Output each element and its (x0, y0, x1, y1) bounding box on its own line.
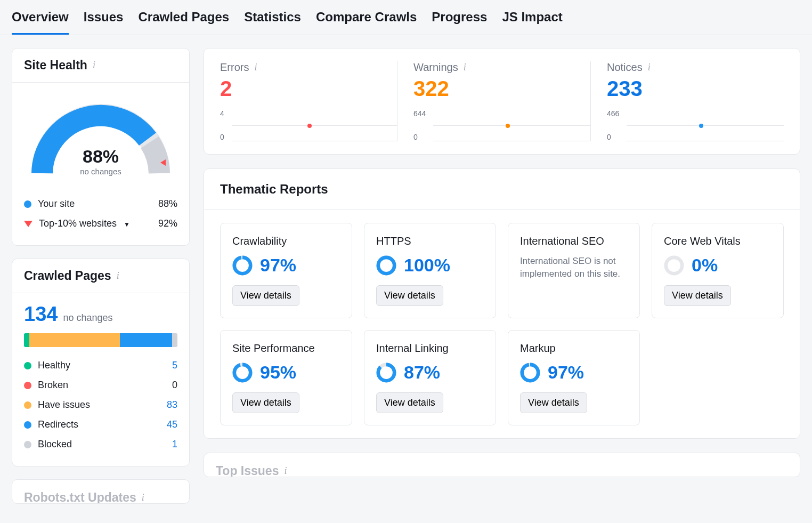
list-item-label: Broken (38, 380, 156, 391)
info-icon[interactable]: i (93, 60, 95, 71)
tab-overview[interactable]: Overview (12, 10, 69, 35)
thematic-card: Site Performance 95%View details (220, 330, 352, 425)
dot-icon (24, 382, 31, 389)
axis-max: 466 (607, 109, 619, 118)
thematic-card-pct: 100% (404, 255, 450, 276)
info-icon[interactable]: i (284, 465, 287, 477)
list-item[interactable]: Have issues83 (24, 395, 177, 415)
list-item[interactable]: Redirects45 (24, 415, 177, 435)
view-details-button[interactable]: View details (664, 285, 731, 306)
donut-icon (232, 255, 253, 276)
thematic-card: Core Web Vitals 0%View details (652, 223, 784, 318)
top-metrics-card: Errors i 2 40 Warnings i 322 6440 Notice… (204, 48, 800, 155)
thematic-reports-card: Thematic Reports Crawlability 97%View de… (204, 168, 800, 439)
svg-text:no changes: no changes (80, 167, 121, 176)
crawled-pages-total[interactable]: 134 (24, 303, 58, 326)
tab-js-impact[interactable]: JS Impact (502, 10, 562, 35)
dot-icon (24, 362, 31, 369)
metric-title: Notices (607, 61, 643, 74)
list-item-value[interactable]: 83 (156, 399, 177, 411)
dot-icon (24, 441, 31, 448)
dot-icon (24, 401, 31, 409)
thematic-card: International SEOInternational SEO is no… (508, 223, 640, 318)
list-item-label: Redirects (38, 419, 156, 430)
tab-crawled-pages[interactable]: Crawled Pages (138, 10, 229, 35)
svg-text:88%: 88% (83, 146, 119, 166)
view-details-button[interactable]: View details (520, 392, 587, 413)
metric-value: 322 (413, 77, 590, 101)
metric-sparkline: 4660 (607, 109, 784, 141)
list-item-value[interactable]: 0 (156, 380, 177, 391)
legend-label: Top-10% websites ▼ (39, 218, 158, 229)
axis-min: 0 (413, 133, 426, 141)
tab-statistics[interactable]: Statistics (244, 10, 301, 35)
view-details-button[interactable]: View details (376, 392, 443, 413)
thematic-card-pct: 87% (404, 362, 440, 383)
chevron-down-icon[interactable]: ▼ (124, 221, 130, 228)
axis-min: 0 (607, 133, 619, 141)
info-icon[interactable]: i (648, 62, 651, 73)
legend-row[interactable]: Top-10% websites ▼92% (24, 214, 177, 234)
crawled-pages-subtext: no changes (63, 312, 112, 324)
thematic-card: Markup 97%View details (508, 330, 640, 425)
thematic-card-pct: 97% (548, 362, 584, 383)
dot-icon (24, 421, 31, 429)
crawled-pages-list: Healthy5Broken0Have issues83Redirects45B… (24, 356, 177, 454)
axis-max: 644 (413, 109, 426, 118)
metric-title: Errors (220, 61, 249, 74)
axis-max: 4 (220, 109, 224, 118)
thematic-card-pct: 97% (260, 255, 296, 276)
view-details-button[interactable]: View details (376, 285, 443, 306)
thematic-card-desc: International SEO is not implemented on … (520, 255, 628, 280)
site-health-legend: Your site88%Top-10% websites ▼92% (12, 187, 189, 245)
top-issues-title: Top Issues (216, 464, 279, 477)
info-icon[interactable]: i (254, 62, 257, 73)
view-details-button[interactable]: View details (232, 285, 299, 306)
robots-card: Robots.txt Updates i (12, 479, 190, 504)
info-icon[interactable]: i (117, 270, 119, 281)
thematic-card-title: Markup (520, 342, 628, 355)
tab-compare-crawls[interactable]: Compare Crawls (316, 10, 417, 35)
site-health-title: Site Health (24, 58, 87, 73)
svg-point-10 (234, 364, 250, 380)
metric-warnings[interactable]: Warnings i 322 6440 (397, 61, 590, 141)
axis-min: 0 (220, 133, 224, 141)
tab-progress[interactable]: Progress (432, 10, 487, 35)
info-icon[interactable]: i (464, 62, 466, 73)
crawled-pages-title: Crawled Pages (24, 269, 111, 283)
thematic-card-title: Core Web Vitals (664, 235, 772, 247)
legend-label: Your site (38, 198, 158, 210)
robots-title: Robots.txt Updates (24, 490, 136, 504)
list-item[interactable]: Broken0 (24, 375, 177, 395)
metric-sparkline: 6440 (413, 109, 590, 141)
thematic-card-title: Internal Linking (376, 342, 484, 355)
info-icon[interactable]: i (142, 492, 144, 503)
list-item-value[interactable]: 45 (156, 419, 177, 430)
thematic-card: Crawlability 97%View details (220, 223, 352, 318)
bar-segment (120, 333, 172, 347)
metric-sparkline: 40 (220, 109, 397, 141)
bar-segment (29, 333, 120, 347)
list-item[interactable]: Healthy5 (24, 356, 177, 375)
site-health-gauge: 88% no changes (12, 83, 189, 187)
tab-issues[interactable]: Issues (84, 10, 124, 35)
svg-point-12 (378, 364, 394, 380)
list-item-label: Blocked (38, 439, 156, 450)
view-details-button[interactable]: View details (232, 392, 299, 413)
donut-icon (376, 363, 396, 383)
list-item[interactable]: Blocked1 (24, 435, 177, 454)
thematic-card: HTTPS 100%View details (364, 223, 496, 318)
metric-notices[interactable]: Notices i 233 4660 (590, 61, 784, 141)
dot-icon (24, 200, 31, 208)
metric-value: 2 (220, 77, 397, 101)
svg-point-7 (666, 257, 682, 273)
donut-icon (664, 255, 684, 276)
thematic-card-title: Site Performance (232, 342, 340, 355)
list-item-value[interactable]: 5 (156, 360, 177, 371)
metric-errors[interactable]: Errors i 2 40 (220, 61, 397, 141)
list-item-label: Have issues (38, 399, 156, 411)
svg-point-14 (522, 364, 538, 380)
list-item-value[interactable]: 1 (156, 439, 177, 450)
legend-value: 92% (158, 218, 177, 229)
legend-row: Your site88% (24, 194, 177, 214)
